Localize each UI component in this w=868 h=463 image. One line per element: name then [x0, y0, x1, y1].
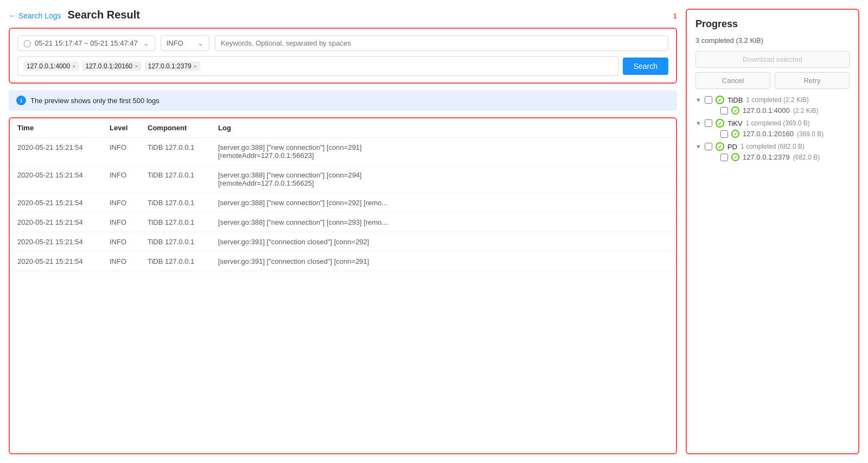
clock-icon: ◯ — [23, 39, 31, 47]
cell-time: 2020-05-21 15:21:54 — [10, 252, 102, 271]
cell-time: 2020-05-21 15:21:54 — [10, 213, 102, 232]
cell-component: TiDB 127.0.0.1 — [140, 166, 210, 193]
datetime-range-value: 05-21 15:17:47 ~ 05-21 15:47:47 — [35, 39, 138, 47]
cell-component: TiDB 127.0.0.1 — [140, 193, 210, 213]
level-select[interactable]: INFO ⌄ — [161, 35, 209, 51]
search-row-bottom: 127.0.0.1:4000 × 127.0.0.1:20160 × 127.0… — [17, 56, 668, 76]
table-section: 3 Time Level Component Log 2020-05-21 15… — [9, 117, 677, 454]
tag-2-close[interactable]: × — [135, 63, 138, 69]
col-component-header: Component — [140, 118, 210, 138]
group-checkbox[interactable] — [705, 143, 712, 150]
badge-1: 1 — [673, 12, 677, 20]
cell-level: INFO — [102, 193, 140, 213]
cell-log: [server.go:391] ["connection closed"] [c… — [210, 252, 676, 271]
search-button[interactable]: Search — [623, 58, 668, 75]
cancel-button[interactable]: Cancel — [695, 72, 770, 89]
group-meta: 1 completed (2.2 KiB) — [746, 96, 808, 104]
tag-3-label: 127.0.0.1:2379 — [148, 62, 192, 70]
tag-2: 127.0.0.1:20160 × — [82, 61, 142, 71]
chevron-toggle[interactable]: ▼ — [695, 120, 701, 126]
search-row-top: ◯ 05-21 15:17:47 ~ 05-21 15:47:47 ⌄ INFO… — [17, 35, 668, 51]
sub-check-circle-icon — [731, 106, 739, 115]
progress-sub-items: 127.0.0.1:4000 (2.2 KiB) — [695, 106, 850, 115]
group-label: PD — [727, 143, 737, 151]
log-table: Time Level Component Log 2020-05-21 15:2… — [10, 118, 676, 271]
search-box: ◯ 05-21 15:17:47 ~ 05-21 15:47:47 ⌄ INFO… — [9, 28, 677, 84]
level-chevron-icon: ⌄ — [197, 39, 203, 47]
group-label: TiKV — [727, 119, 743, 128]
keywords-input[interactable] — [215, 35, 668, 51]
tag-1-label: 127.0.0.1:4000 — [27, 62, 70, 70]
panel-title: Progress — [695, 18, 850, 30]
sub-item-label: 127.0.0.1:20160 — [743, 130, 794, 138]
download-selected-button[interactable]: Download selected — [695, 51, 850, 68]
tag-3: 127.0.0.1:2379 × — [145, 61, 201, 71]
cell-log: [server.go:388] ["new connection"] [conn… — [210, 193, 676, 213]
group-meta: 1 completed (369.0 B) — [746, 119, 810, 127]
sub-item-checkbox[interactable] — [720, 107, 728, 115]
chevron-toggle[interactable]: ▼ — [695, 143, 701, 150]
cell-log: [server.go:391] ["connection closed"] [c… — [210, 232, 676, 252]
level-value: INFO — [167, 39, 183, 47]
check-circle-icon — [716, 96, 724, 104]
sub-item-label: 127.0.0.1:4000 — [743, 106, 790, 115]
cancel-retry-row: Cancel Retry — [695, 72, 850, 89]
progress-list: ▼ TiDB 1 completed (2.2 KiB) 127.0.0.1:4… — [695, 96, 850, 161]
table-row: 2020-05-21 15:21:54 INFO TiDB 127.0.0.1 … — [10, 166, 676, 193]
cell-component: TiDB 127.0.0.1 — [140, 232, 210, 252]
group-checkbox[interactable] — [705, 119, 712, 127]
table-row: 2020-05-21 15:21:54 INFO TiDB 127.0.0.1 … — [10, 232, 676, 252]
tags-input[interactable]: 127.0.0.1:4000 × 127.0.0.1:20160 × 127.0… — [17, 56, 618, 76]
table-row: 2020-05-21 15:21:54 INFO TiDB 127.0.0.1 … — [10, 213, 676, 232]
panel-actions: Download selected Cancel Retry — [695, 51, 850, 89]
tag-2-label: 127.0.0.1:20160 — [86, 62, 133, 70]
retry-button[interactable]: Retry — [775, 72, 850, 89]
right-panel: Progress 3 completed (3.2 KiB) Download … — [686, 9, 859, 454]
cell-level: INFO — [102, 166, 140, 193]
cell-log: [server.go:388] ["new connection"] [conn… — [210, 213, 676, 232]
cell-log: [server.go:388] ["new connection"] [conn… — [210, 138, 676, 166]
table-row: 2020-05-21 15:21:54 INFO TiDB 127.0.0.1 … — [10, 138, 676, 166]
progress-sub-item: 127.0.0.1:20160 (369.0 B) — [720, 130, 850, 138]
progress-group-tidb: ▼ TiDB 1 completed (2.2 KiB) 127.0.0.1:4… — [695, 96, 850, 115]
datetime-picker[interactable]: ◯ 05-21 15:17:47 ~ 05-21 15:47:47 ⌄ — [17, 35, 155, 51]
back-link-label: ← Search Logs — [9, 11, 61, 20]
cell-log: [server.go:388] ["new connection"] [conn… — [210, 166, 676, 193]
tag-1-close[interactable]: × — [72, 63, 75, 69]
cell-level: INFO — [102, 252, 140, 271]
check-circle-icon — [716, 142, 724, 151]
group-label: TiDB — [727, 96, 743, 104]
col-time-header: Time — [10, 118, 102, 138]
table-row: 2020-05-21 15:21:54 INFO TiDB 127.0.0.1 … — [10, 193, 676, 213]
cell-level: INFO — [102, 213, 140, 232]
cell-time: 2020-05-21 15:21:54 — [10, 193, 102, 213]
sub-item-meta: (2.2 KiB) — [793, 107, 819, 115]
sub-item-meta: (682.0 B) — [793, 154, 820, 161]
progress-group-header: ▼ TiDB 1 completed (2.2 KiB) — [695, 96, 850, 104]
cell-time: 2020-05-21 15:21:54 — [10, 232, 102, 252]
sub-item-meta: (369.0 B) — [797, 130, 824, 138]
sub-item-checkbox[interactable] — [720, 154, 728, 161]
group-checkbox[interactable] — [705, 96, 712, 104]
progress-group-header: ▼ TiKV 1 completed (369.0 B) — [695, 119, 850, 128]
check-circle-icon — [716, 119, 724, 128]
cell-time: 2020-05-21 15:21:54 — [10, 166, 102, 193]
progress-group-pd: ▼ PD 1 completed (682.0 B) 127.0.0.1:237… — [695, 142, 850, 161]
col-level-header: Level — [102, 118, 140, 138]
cell-component: TiDB 127.0.0.1 — [140, 213, 210, 232]
progress-group-header: ▼ PD 1 completed (682.0 B) — [695, 142, 850, 151]
progress-sub-items: 127.0.0.1:20160 (369.0 B) — [695, 130, 850, 138]
group-meta: 1 completed (682.0 B) — [741, 143, 805, 150]
datetime-chevron-icon: ⌄ — [143, 39, 149, 47]
sub-item-checkbox[interactable] — [720, 130, 728, 138]
cell-level: INFO — [102, 232, 140, 252]
progress-group-tikv: ▼ TiKV 1 completed (369.0 B) 127.0.0.1:2… — [695, 119, 850, 138]
table-row: 2020-05-21 15:21:54 INFO TiDB 127.0.0.1 … — [10, 252, 676, 271]
cell-time: 2020-05-21 15:21:54 — [10, 138, 102, 166]
chevron-toggle[interactable]: ▼ — [695, 97, 701, 103]
progress-sub-item: 127.0.0.1:4000 (2.2 KiB) — [720, 106, 850, 115]
page-title: Search Result — [68, 9, 140, 21]
back-link[interactable]: ← Search Logs — [9, 11, 61, 20]
tag-3-close[interactable]: × — [194, 63, 197, 69]
cell-component: TiDB 127.0.0.1 — [140, 138, 210, 166]
